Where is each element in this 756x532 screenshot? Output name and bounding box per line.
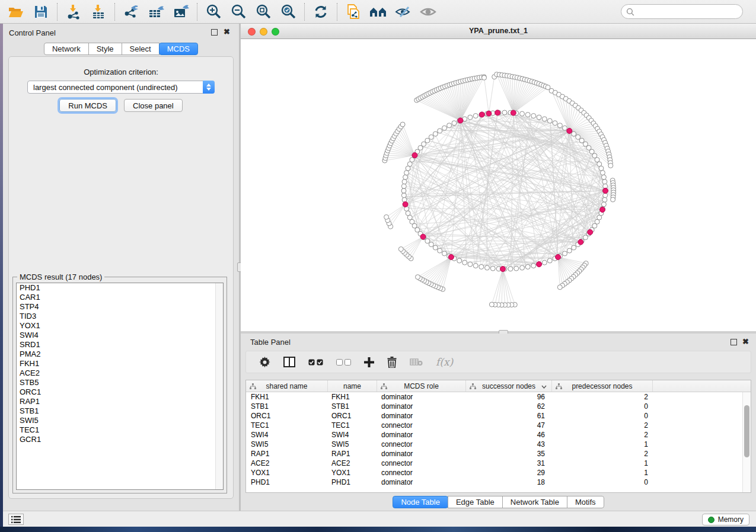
table-cell: TEC1 [328,421,377,430]
zoom-out-icon [230,4,247,20]
settings-gear-icon[interactable] [259,357,270,368]
network-titlebar[interactable]: YPA_prune.txt_1 [241,24,756,39]
zoom-out-button[interactable] [228,2,248,21]
export-image-button[interactable] [171,2,191,21]
mcds-result-item[interactable]: STB1 [17,406,223,416]
table-row[interactable]: TEC1TEC1connector472 [246,421,751,430]
scrollbar-thumb[interactable] [744,405,749,457]
close-panel-icon[interactable]: ✖ [742,337,749,346]
mcds-result-item[interactable]: ACE2 [17,368,223,378]
mcds-result-item[interactable]: ORC1 [17,387,223,397]
toolbar-separator [197,3,197,21]
mcds-result-item[interactable]: PMA2 [17,350,223,359]
zoom-selected-button[interactable] [278,2,298,21]
tab-mcds[interactable]: MCDS [159,43,198,55]
mcds-result-list[interactable]: PHD1CAR1STP4TID3YOX1SWI4SRD1PMA2FKH1ACE2… [16,283,224,490]
zoom-in-button[interactable] [203,2,224,21]
table-row[interactable]: PHD1PHD1dominator180 [246,477,751,487]
mcds-result-item[interactable]: SRD1 [17,340,223,350]
tab-network-table[interactable]: Network Table [502,496,567,508]
show-all-button[interactable] [418,2,438,21]
mcds-result-item[interactable]: CAR1 [17,293,223,302]
column-header-shared-name[interactable]: shared name [246,380,328,392]
node-table: shared name name MCDS role successor nod… [245,380,751,493]
column-header-name[interactable]: name [328,380,377,392]
refresh-icon [313,4,328,20]
network-graph[interactable] [241,39,756,331]
tab-edge-table[interactable]: Edge Table [448,496,503,508]
mcds-result-item[interactable]: STP4 [17,302,223,312]
import-network-button[interactable] [63,2,84,21]
table-row[interactable]: FKH1FKH1dominator962 [246,392,751,402]
table-cell: SWI4 [246,430,328,440]
search-input[interactable] [638,8,738,16]
float-panel-icon[interactable] [211,29,218,36]
mcds-result-item[interactable]: GCR1 [17,435,223,444]
mcds-result-item[interactable]: FKH1 [17,359,223,368]
mcds-result-item[interactable]: RAP1 [17,397,223,406]
mcds-result-item[interactable]: TEC1 [17,425,223,435]
table-row[interactable]: SWI5SWI5connector431 [246,440,751,449]
refresh-layout-button[interactable] [311,2,331,21]
save-session-button[interactable] [31,2,51,21]
hide-selected-button[interactable] [393,2,413,21]
add-column-icon[interactable] [364,357,374,367]
tab-motifs[interactable]: Motifs [567,496,604,508]
mcds-result-item[interactable]: SWI4 [17,331,223,340]
table-row[interactable]: ACE2ACE2connector311 [246,459,751,468]
open-session-button[interactable] [6,2,26,21]
criterion-dropdown[interactable]: largest connected component (undirected) [27,81,215,94]
column-header-mcds-role[interactable]: MCDS role [377,380,466,392]
table-row[interactable]: YOX1YOX1connector291 [246,468,751,477]
mcds-result-item[interactable]: YOX1 [17,321,223,331]
table-scrollbar[interactable] [742,392,751,492]
table-cell: ACE2 [246,459,328,468]
first-neighbors-button[interactable] [368,2,388,21]
tab-style[interactable]: Style [88,43,122,55]
import-table-button[interactable] [88,2,109,21]
show-task-history-button[interactable] [8,514,24,525]
export-image-icon [173,4,189,20]
mcds-result-item[interactable]: STB5 [17,378,223,387]
table-tabs: Node Table Edge Table Network Table Moti… [241,496,756,508]
mcds-result-title: MCDS result (17 nodes) [17,273,104,281]
network-canvas[interactable] [241,39,756,331]
export-table-button[interactable] [146,2,166,21]
column-header-predecessor-nodes[interactable]: predecessor nodes [552,380,653,392]
float-panel-icon[interactable] [731,339,737,345]
table-cell: 18 [466,477,552,487]
zoom-fit-button[interactable] [253,2,273,21]
table-toolbar: f(x) [245,351,751,373]
export-network-button[interactable] [121,2,141,21]
desktop-wallpaper-bottom [0,527,756,532]
memory-button[interactable]: Memory [702,514,749,525]
table-cell: connector [377,440,466,449]
table-cell: 2 [552,430,653,440]
table-cell: dominator [377,430,466,440]
deselect-all-checkboxes-icon[interactable] [336,359,351,366]
tab-network[interactable]: Network [44,43,89,55]
table-cell: ORC1 [328,411,377,421]
table-row[interactable]: SWI4SWI4dominator462 [246,430,751,440]
table-row[interactable]: ORC1ORC1dominator610 [246,411,751,421]
run-mcds-button[interactable]: Run MCDS [59,99,116,112]
control-panel: Control Panel ✖ Network Style Select MCD… [3,24,239,511]
close-panel-button[interactable]: Close panel [124,99,183,112]
mcds-result-item[interactable]: TID3 [17,312,223,321]
mcds-result-item[interactable]: PHD1 [17,283,223,293]
result-list-scrollbar[interactable] [215,283,223,489]
table-row[interactable]: RAP1RAP1dominator352 [246,449,751,459]
clone-network-button[interactable] [343,2,363,21]
list-icon [11,516,21,523]
show-columns-icon[interactable] [283,357,295,367]
mcds-result-item[interactable]: SWI5 [17,416,223,425]
delete-column-trash-icon[interactable] [387,357,397,368]
tab-select[interactable]: Select [122,43,160,55]
close-panel-icon[interactable]: ✖ [224,27,230,36]
table-cell: dominator [377,449,466,459]
tab-node-table[interactable]: Node Table [393,496,448,508]
table-row[interactable]: STB1STB1dominator620 [246,402,751,411]
search-box[interactable] [621,4,743,19]
column-header-successor-nodes[interactable]: successor nodes [466,380,552,392]
select-all-checkboxes-icon[interactable] [308,359,323,366]
